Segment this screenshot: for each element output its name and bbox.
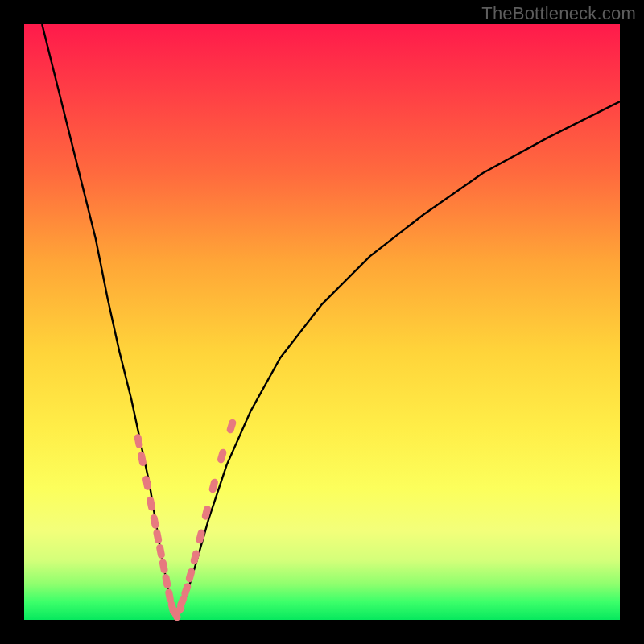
marker-pill <box>142 475 151 490</box>
marker-pill <box>150 514 159 529</box>
marker-pill <box>195 529 205 545</box>
marker-pill <box>134 433 143 448</box>
marker-group <box>134 419 237 622</box>
marker-pill <box>153 529 163 544</box>
bottleneck-curve <box>42 24 620 617</box>
marker-pill <box>225 419 237 435</box>
watermark-text: TheBottleneck.com <box>481 3 636 24</box>
marker-pill <box>185 568 196 584</box>
marker-pill <box>180 582 192 598</box>
marker-pill <box>155 543 165 559</box>
marker-pill <box>217 448 228 464</box>
marker-pill <box>190 549 200 565</box>
chart-svg <box>24 24 620 620</box>
plot-area <box>24 24 620 620</box>
marker-pill <box>146 496 155 511</box>
marker-pill <box>162 573 171 588</box>
marker-pill <box>137 451 147 466</box>
chart-frame: TheBottleneck.com <box>0 0 644 644</box>
marker-pill <box>201 505 212 521</box>
marker-pill <box>159 559 168 574</box>
